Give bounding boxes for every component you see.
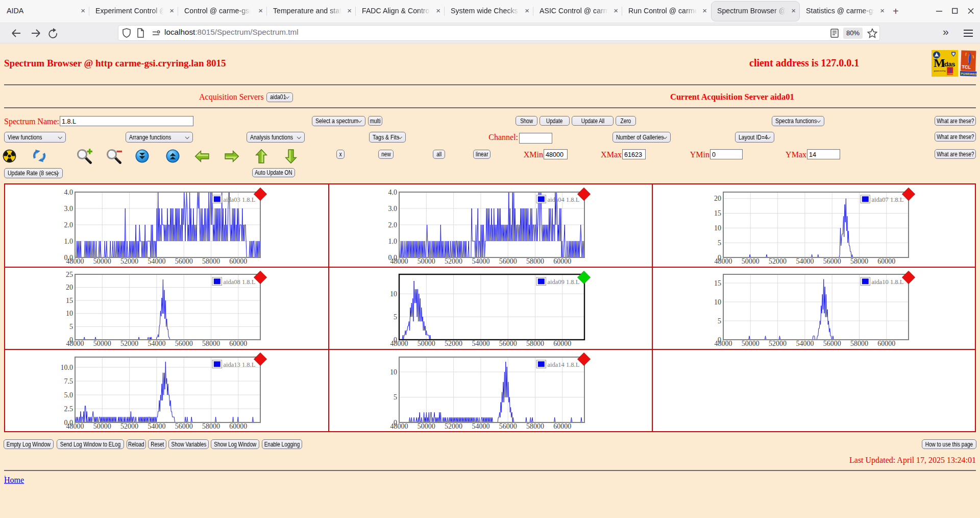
svg-text:48000: 48000 — [715, 340, 732, 347]
svg-text:56000: 56000 — [499, 422, 517, 430]
svg-text:48000: 48000 — [66, 340, 84, 347]
svg-text:56000: 56000 — [499, 340, 517, 347]
svg-text:60000: 60000 — [229, 340, 247, 347]
svg-text:20: 20 — [66, 284, 73, 291]
svg-text:56000: 56000 — [175, 257, 192, 265]
svg-text:10.0: 10.0 — [60, 364, 73, 371]
svg-text:10: 10 — [66, 310, 73, 317]
svg-text:54000: 54000 — [148, 422, 165, 430]
svg-text:10: 10 — [390, 368, 397, 376]
svg-text:48000: 48000 — [66, 257, 84, 265]
svg-text:56000: 56000 — [175, 422, 192, 430]
svg-text:54000: 54000 — [148, 340, 165, 347]
svg-text:58000: 58000 — [202, 340, 220, 347]
svg-text:52000: 52000 — [120, 257, 138, 265]
svg-text:aida13 1.8.L: aida13 1.8.L — [223, 361, 255, 368]
svg-text:58000: 58000 — [202, 422, 220, 430]
svg-text:54000: 54000 — [148, 257, 165, 265]
svg-text:52000: 52000 — [445, 257, 462, 265]
svg-text:3.0: 3.0 — [64, 204, 73, 212]
svg-text:TCL: TCL — [962, 64, 971, 70]
svg-text:7.5: 7.5 — [64, 378, 73, 385]
svg-text:56000: 56000 — [823, 257, 841, 265]
svg-text:15: 15 — [714, 279, 721, 287]
svg-text:48000: 48000 — [66, 422, 84, 430]
svg-text:1.0: 1.0 — [388, 237, 397, 245]
svg-text:60000: 60000 — [553, 257, 571, 265]
svg-text:50000: 50000 — [742, 257, 760, 265]
svg-text:52000: 52000 — [445, 340, 462, 347]
svg-text:3.0: 3.0 — [388, 204, 397, 212]
svg-text:aida09 1.8.L: aida09 1.8.L — [547, 278, 579, 286]
svg-text:58000: 58000 — [526, 340, 544, 347]
svg-text:2.5: 2.5 — [64, 405, 73, 413]
svg-text:50000: 50000 — [93, 422, 111, 430]
svg-text:20: 20 — [714, 195, 721, 202]
svg-text:58000: 58000 — [202, 257, 220, 265]
svg-text:15: 15 — [714, 209, 721, 217]
svg-text:aida14 1.8.L: aida14 1.8.L — [547, 361, 579, 368]
svg-text:10: 10 — [390, 290, 397, 297]
svg-text:54000: 54000 — [796, 340, 814, 347]
svg-text:60000: 60000 — [877, 340, 895, 347]
svg-text:58000: 58000 — [526, 422, 544, 430]
svg-text:60000: 60000 — [553, 422, 571, 430]
svg-text:50000: 50000 — [417, 257, 435, 265]
svg-text:48000: 48000 — [390, 422, 408, 430]
svg-text:50000: 50000 — [93, 340, 111, 347]
svg-text:50000: 50000 — [93, 257, 111, 265]
svg-text:60000: 60000 — [229, 422, 247, 430]
svg-text:52000: 52000 — [120, 340, 138, 347]
svg-text:aida04 1.8.L: aida04 1.8.L — [547, 196, 579, 203]
svg-text:5.0: 5.0 — [64, 391, 73, 399]
svg-text:10: 10 — [714, 224, 721, 231]
svg-text:48000: 48000 — [715, 257, 732, 265]
svg-text:54000: 54000 — [472, 257, 489, 265]
svg-text:2.0: 2.0 — [64, 221, 73, 228]
svg-text:powered by: powered by — [934, 69, 946, 72]
svg-text:52000: 52000 — [120, 422, 138, 430]
svg-text:aida10 1.8.L: aida10 1.8.L — [872, 278, 904, 286]
svg-text:POWERED: POWERED — [948, 73, 955, 75]
svg-text:54000: 54000 — [796, 257, 814, 265]
svg-text:58000: 58000 — [526, 257, 544, 265]
svg-text:54000: 54000 — [472, 340, 489, 347]
svg-text:5: 5 — [394, 393, 397, 401]
svg-text:10: 10 — [714, 298, 721, 305]
svg-text:5: 5 — [718, 317, 721, 324]
svg-text:5: 5 — [394, 313, 397, 320]
svg-text:50000: 50000 — [742, 340, 760, 347]
svg-text:aida08 1.8.L: aida08 1.8.L — [223, 278, 255, 286]
svg-text:4.0: 4.0 — [64, 188, 73, 196]
svg-text:58000: 58000 — [850, 340, 868, 347]
svg-text:60000: 60000 — [229, 257, 247, 265]
svg-text:56000: 56000 — [823, 340, 841, 347]
svg-text:52000: 52000 — [769, 340, 787, 347]
svg-text:2.0: 2.0 — [388, 221, 397, 228]
svg-text:48000: 48000 — [390, 257, 408, 265]
svg-text:1.0: 1.0 — [64, 237, 73, 245]
svg-text:POWERED: POWERED — [961, 72, 977, 76]
svg-text:50000: 50000 — [417, 340, 435, 347]
svg-text:50000: 50000 — [417, 422, 435, 430]
svg-text:52000: 52000 — [769, 257, 787, 265]
svg-text:56000: 56000 — [175, 340, 192, 347]
svg-text:25: 25 — [66, 270, 73, 278]
svg-text:54000: 54000 — [472, 422, 489, 430]
svg-text:52000: 52000 — [445, 422, 462, 430]
svg-text:56000: 56000 — [499, 257, 517, 265]
svg-text:aida07 1.8.L: aida07 1.8.L — [872, 196, 904, 203]
svg-text:5: 5 — [718, 239, 721, 246]
svg-text:15: 15 — [66, 296, 73, 304]
svg-text:48000: 48000 — [390, 340, 408, 347]
svg-text:aida03 1.8.L: aida03 1.8.L — [223, 196, 255, 203]
svg-text:5: 5 — [69, 323, 73, 331]
svg-text:58000: 58000 — [850, 257, 868, 265]
svg-text:4.0: 4.0 — [388, 188, 397, 196]
svg-text:60000: 60000 — [553, 340, 571, 347]
svg-text:60000: 60000 — [877, 257, 895, 265]
